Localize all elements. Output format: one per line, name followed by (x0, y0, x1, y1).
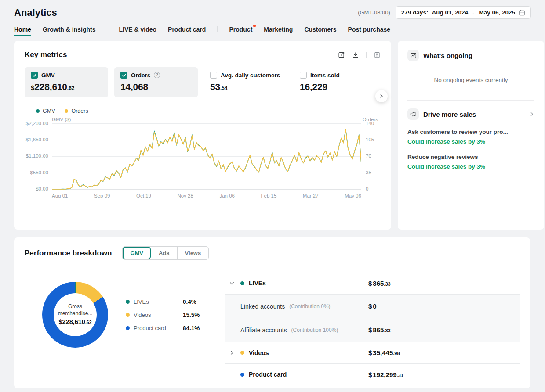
trend-chart-icon (407, 50, 419, 61)
report-icon[interactable] (374, 51, 381, 58)
y-tick: 70 (366, 153, 371, 158)
trend-plot-area[interactable] (52, 123, 361, 190)
trend-chart-svg (52, 123, 361, 190)
metric-value-cents: .62 (67, 85, 75, 91)
x-tick: Nov 28 (177, 193, 193, 198)
checkbox-unchecked-icon[interactable] (300, 72, 307, 79)
value-int: 865 (373, 280, 384, 287)
currency-symbol: $ (58, 318, 62, 325)
date-range-days: 279 days: (401, 9, 429, 16)
orders-legend-dot (65, 109, 68, 113)
checkbox-checked-icon[interactable] (31, 72, 38, 79)
suggestion-impact: Could increase sales by 3% (407, 163, 534, 170)
breakdown-segmented-control: GMV Ads Views (122, 246, 209, 260)
x-tick: Mar 27 (303, 193, 319, 198)
row-value: $865.33 (368, 326, 514, 334)
export-icon[interactable] (338, 51, 345, 58)
suggestion-reduce-negative-reviews[interactable]: Reduce negative reviews Could increase s… (407, 154, 534, 170)
analytics-page: Analytics (GMT-08:00) 279 days: Aug 01, … (0, 0, 545, 392)
row-value: $0 (368, 302, 514, 310)
row-label: LIVEs (240, 280, 368, 287)
table-row-linked-accounts[interactable]: Linked accounts(Contribution 0%) $0 (225, 294, 520, 318)
currency-symbol: $ (368, 326, 372, 334)
row-value: $35,445.98 (368, 349, 514, 356)
checkbox-unchecked-icon[interactable] (210, 72, 217, 79)
notification-dot (253, 25, 256, 27)
donut-block: Gross merchandise... $228,610.62 LIVEs 0… (25, 271, 225, 348)
table-row-product-card[interactable]: Product card $192,299.31 (225, 363, 520, 385)
chevron-down-icon[interactable] (229, 281, 240, 286)
legend-item-orders[interactable]: Orders (65, 108, 88, 114)
tab-post-purchase[interactable]: Post purchase (348, 26, 390, 36)
tab-product[interactable]: Product (229, 26, 252, 36)
tab-live-video[interactable]: LIVE & video (119, 26, 156, 36)
segment-gmv[interactable]: GMV (123, 247, 151, 259)
trend-legend: GMV Orders (36, 108, 381, 114)
metric-card-orders[interactable]: Orders ? 14,068 (114, 67, 198, 97)
whats-ongoing-header: What's ongoing (407, 50, 534, 61)
donut-center-label: Gross merchandise... $228,610.62 (54, 293, 97, 336)
metric-card-avg-daily-customers[interactable]: Avg. daily customers 53.54 (204, 67, 287, 97)
row-label: Videos (240, 349, 368, 356)
legend-item-gmv[interactable]: GMV (36, 108, 55, 114)
date-range-start: Aug 01, 2024 (432, 9, 468, 16)
top-row: Key metrics (14, 41, 544, 230)
metric-card-items-sold[interactable]: Items sold 16,229 (294, 67, 377, 97)
toolbar-divider (366, 52, 367, 58)
checkbox-checked-icon[interactable] (120, 72, 127, 79)
donut-legend-product-card: Product card 84.1% (126, 325, 200, 331)
tab-home[interactable]: Home (14, 26, 31, 36)
value-cents: .98 (393, 351, 400, 356)
help-icon[interactable]: ? (154, 72, 160, 78)
tab-marketing[interactable]: Marketing (264, 26, 293, 36)
segment-views[interactable]: Views (177, 247, 209, 259)
legend-label: GMV (43, 108, 55, 114)
y-tick: 105 (366, 137, 374, 142)
table-row-videos[interactable]: Videos $35,445.98 (225, 342, 520, 363)
donut-legend-label: Videos (134, 312, 176, 318)
value-int: 0 (373, 302, 376, 310)
x-axis-labels: Aug 01 Sep 09 Oct 19 Nov 28 Jan 06 Feb 1… (52, 193, 361, 198)
chevron-right-icon[interactable] (229, 350, 240, 356)
currency-symbol: $ (368, 349, 372, 356)
date-range-picker[interactable]: 279 days: Aug 01, 2024 - May 06, 2025 (396, 6, 531, 19)
drive-more-sales-title: Drive more sales (423, 111, 476, 118)
metrics-carousel-next-button[interactable] (375, 90, 388, 102)
value-int: 865 (373, 326, 384, 334)
donut-value-cents: .62 (85, 320, 92, 325)
donut-legend: LIVEs 0.4% Videos 15.5% Product card 84.… (126, 298, 200, 331)
tab-customers[interactable]: Customers (304, 26, 336, 36)
suggestion-review-products[interactable]: Ask customers to review your pro... Coul… (407, 129, 534, 145)
value-cents: .31 (397, 373, 403, 378)
download-icon[interactable] (352, 51, 359, 58)
metric-label: GMV (41, 72, 55, 79)
tab-growth-insights[interactable]: Growth & insights (43, 26, 96, 36)
key-metrics-header: Key metrics (25, 50, 381, 59)
y-tick: 35 (366, 170, 371, 175)
contribution-note: (Contribution 0%) (289, 303, 330, 309)
performance-breakdown-card: Performance breakdown GMV Ads Views Gros… (14, 237, 530, 388)
metric-card-gmv[interactable]: GMV $228,610.62 (25, 67, 108, 97)
megaphone-icon (407, 108, 419, 120)
donut-chart[interactable]: Gross merchandise... $228,610.62 (42, 282, 108, 348)
drive-more-sales-header[interactable]: Drive more sales (407, 108, 534, 120)
donut-legend-label: Product card (134, 325, 176, 331)
metric-value: 53.54 (210, 82, 281, 92)
chevron-right-icon[interactable] (529, 111, 534, 117)
segment-ads[interactable]: Ads (151, 247, 177, 259)
y-tick: $1,650.00 (26, 137, 48, 142)
table-row-lives[interactable]: LIVEs $865.33 (225, 272, 520, 294)
donut-value-int: 228,610 (62, 318, 85, 325)
value-cents: .33 (384, 281, 390, 287)
y-tick: $2,200.00 (26, 121, 48, 126)
metric-value-int: 228,610 (34, 82, 67, 92)
videos-dot (240, 351, 244, 355)
legend-label: Orders (71, 108, 88, 114)
tab-product-card[interactable]: Product card (168, 26, 206, 36)
currency-symbol: $ (368, 302, 372, 310)
left-axis-title: GMV ($) (52, 117, 71, 122)
table-row-affiliate-accounts[interactable]: Affiliate accounts(Contribution 100%) $8… (225, 318, 520, 342)
row-label-text: Linked accounts (240, 303, 285, 310)
donut-legend-pct: 0.4% (183, 298, 196, 305)
axis-titles: GMV ($) Orders (25, 117, 381, 122)
